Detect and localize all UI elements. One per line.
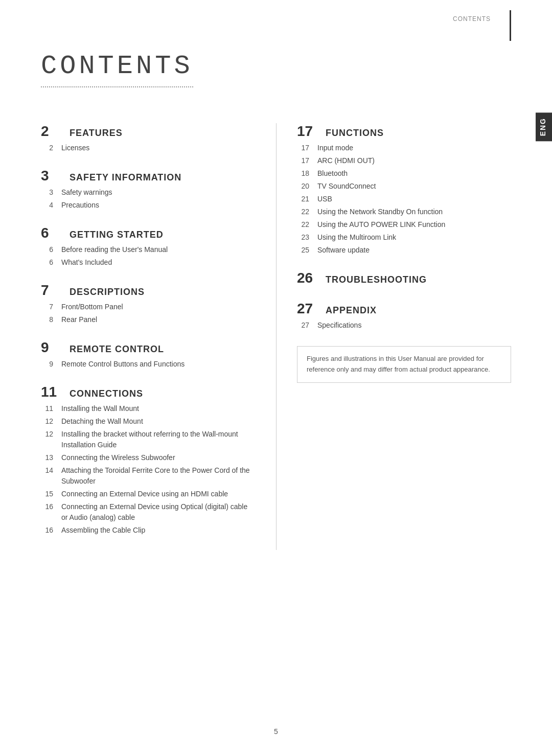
page-number: 5	[274, 727, 278, 736]
section-7: 7DESCRIPTIONS7Front/Bottom Panel8Rear Pa…	[41, 282, 256, 325]
section-title: GETTING STARTED	[70, 230, 164, 240]
item-page-number: 23	[297, 232, 309, 243]
item-text: ARC (HDMI OUT)	[317, 155, 511, 166]
left-column: 2FEATURES2Licenses3SAFETY INFORMATION3Sa…	[41, 123, 276, 550]
item-page-number: 2	[41, 143, 53, 153]
list-item: 8Rear Panel	[41, 314, 256, 325]
list-item: 21USB	[297, 194, 511, 204]
section-heading: 27APPENDIX	[297, 301, 511, 317]
reference-note: Figures and illustrations in this User M…	[297, 346, 511, 383]
section-title: FUNCTIONS	[326, 128, 384, 139]
section-heading: 9REMOTE CONTROL	[41, 339, 256, 356]
section-title: TROUBLESHOOTING	[326, 274, 427, 285]
section-3: 3SAFETY INFORMATION3Safety warnings4Prec…	[41, 168, 256, 211]
section-17: 17FUNCTIONS17Input mode17ARC (HDMI OUT)1…	[297, 123, 511, 256]
item-page-number: 22	[297, 219, 309, 230]
item-text: Software update	[317, 245, 511, 256]
contents-columns: 2FEATURES2Licenses3SAFETY INFORMATION3Sa…	[41, 123, 511, 550]
item-text: Connecting an External Device using Opti…	[61, 501, 256, 523]
section-27: 27APPENDIX27Specifications	[297, 301, 511, 331]
section-heading: 11CONNECTIONS	[41, 384, 256, 400]
list-item: 15Connecting an External Device using an…	[41, 489, 256, 499]
item-page-number: 16	[41, 501, 53, 523]
item-page-number: 6	[41, 244, 53, 255]
list-item: 17Input mode	[297, 143, 511, 153]
section-number: 3	[41, 168, 61, 184]
item-text: Safety warnings	[61, 187, 256, 198]
section-heading: 3SAFETY INFORMATION	[41, 168, 256, 184]
item-text: Assembling the Cable Clip	[61, 525, 256, 536]
section-items: 11Installing the Wall Mount12Detaching t…	[41, 403, 256, 536]
section-heading: 26TROUBLESHOOTING	[297, 270, 511, 286]
item-page-number: 20	[297, 181, 309, 192]
item-text: Attaching the Toroidal Ferrite Core to t…	[61, 465, 256, 487]
page: CONTENTS ENG CONTENTS 2FEATURES2Licenses…	[0, 0, 552, 756]
section-items: 7Front/Bottom Panel8Rear Panel	[41, 302, 256, 325]
item-text: TV SoundConnect	[317, 181, 511, 192]
section-heading: 17FUNCTIONS	[297, 123, 511, 140]
section-title: FEATURES	[70, 128, 123, 139]
list-item: 12Detaching the Wall Mount	[41, 416, 256, 427]
list-item: 14Attaching the Toroidal Ferrite Core to…	[41, 465, 256, 487]
section-26: 26TROUBLESHOOTING	[297, 270, 511, 286]
item-page-number: 17	[297, 155, 309, 166]
item-page-number: 16	[41, 525, 53, 536]
item-page-number: 7	[41, 302, 53, 312]
main-title: CONTENTS	[41, 51, 193, 87]
item-text: Using the Network Standby On function	[317, 207, 511, 217]
list-item: 6What's Included	[41, 257, 256, 268]
item-page-number: 17	[297, 143, 309, 153]
section-title: DESCRIPTIONS	[70, 287, 145, 297]
section-number: 26	[297, 270, 317, 286]
list-item: 6Before reading the User's Manual	[41, 244, 256, 255]
list-item: 22Using the Network Standby On function	[297, 207, 511, 217]
section-number: 27	[297, 301, 317, 317]
list-item: 4Precautions	[41, 200, 256, 211]
item-page-number: 15	[41, 489, 53, 499]
section-2: 2FEATURES2Licenses	[41, 123, 256, 153]
item-text: USB	[317, 194, 511, 204]
section-number: 6	[41, 225, 61, 241]
item-page-number: 25	[297, 245, 309, 256]
section-items: 17Input mode17ARC (HDMI OUT)18Bluetooth2…	[297, 143, 511, 256]
section-title: SAFETY INFORMATION	[70, 172, 181, 183]
item-page-number: 18	[297, 168, 309, 179]
top-border-decoration	[510, 10, 511, 41]
section-items: 3Safety warnings4Precautions	[41, 187, 256, 211]
list-item: 27Specifications	[297, 320, 511, 331]
section-heading: 7DESCRIPTIONS	[41, 282, 256, 299]
list-item: 22Using the AUTO POWER LINK Function	[297, 219, 511, 230]
item-text: Using the Multiroom Link	[317, 232, 511, 243]
item-page-number: 22	[297, 207, 309, 217]
item-page-number: 4	[41, 200, 53, 211]
item-page-number: 3	[41, 187, 53, 198]
item-text: Remote Control Buttons and Functions	[61, 359, 256, 370]
list-item: 23Using the Multiroom Link	[297, 232, 511, 243]
section-items: 9Remote Control Buttons and Functions	[41, 359, 256, 370]
item-page-number: 21	[297, 194, 309, 204]
item-text: Licenses	[61, 143, 256, 153]
item-text: Precautions	[61, 200, 256, 211]
right-column: 17FUNCTIONS17Input mode17ARC (HDMI OUT)1…	[276, 123, 511, 550]
list-item: 7Front/Bottom Panel	[41, 302, 256, 312]
section-9: 9REMOTE CONTROL9Remote Control Buttons a…	[41, 339, 256, 370]
item-text: Detaching the Wall Mount	[61, 416, 256, 427]
section-heading: 2FEATURES	[41, 123, 256, 140]
section-title: CONNECTIONS	[70, 388, 143, 399]
item-text: Installing the bracket without referring…	[61, 429, 256, 450]
list-item: 2Licenses	[41, 143, 256, 153]
item-page-number: 8	[41, 314, 53, 325]
list-item: 17ARC (HDMI OUT)	[297, 155, 511, 166]
item-text: Specifications	[317, 320, 511, 331]
section-number: 7	[41, 282, 61, 299]
item-text: Connecting the Wireless Subwoofer	[61, 452, 256, 463]
section-11: 11CONNECTIONS11Installing the Wall Mount…	[41, 384, 256, 536]
item-page-number: 12	[41, 429, 53, 450]
item-text: Using the AUTO POWER LINK Function	[317, 219, 511, 230]
item-page-number: 9	[41, 359, 53, 370]
list-item: 20TV SoundConnect	[297, 181, 511, 192]
list-item: 13Connecting the Wireless Subwoofer	[41, 452, 256, 463]
item-page-number: 12	[41, 416, 53, 427]
section-title: APPENDIX	[326, 305, 377, 316]
list-item: 11Installing the Wall Mount	[41, 403, 256, 414]
